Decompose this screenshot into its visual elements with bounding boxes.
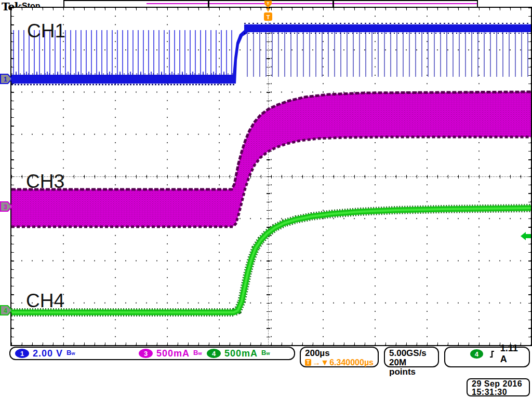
trigger-flag-t-glyph: T	[267, 14, 270, 20]
ch1-marker-number: 1	[4, 76, 7, 83]
trigger-position-prefix: →▼	[312, 358, 329, 367]
waveform-display: CH1 CH3 CH4	[10, 7, 532, 346]
trigger-bar-t-glyph: T	[267, 1, 270, 6]
acquisition-readout-box: 5.00GS/s 20M points	[384, 347, 439, 367]
ch3-badge: 3	[139, 349, 153, 358]
channel-readout-box: 1 2.00 V Bw 3 500mA Bw 4 500mA Bw	[9, 347, 295, 360]
trigger-position-value: 6.340000µs	[329, 358, 374, 367]
ch1-readout[interactable]: 1 2.00 V Bw	[15, 349, 75, 358]
ch1-scale: 2.00 V	[33, 348, 63, 359]
ch1-badge: 1	[15, 349, 29, 358]
record-view-waveform	[147, 3, 477, 4]
ch4-bandwidth-icon: Bw	[261, 349, 270, 356]
trigger-source-badge: 4	[470, 349, 483, 359]
ch1-label: CH1	[27, 20, 65, 42]
ch4-marker-number: 4	[4, 307, 7, 314]
ch4-badge: 4	[207, 349, 221, 358]
ch3-marker-number: 3	[4, 203, 7, 211]
ch4-scale: 500mA	[224, 348, 258, 359]
sample-rate: 5.00GS/s	[389, 349, 434, 358]
trigger-readout-box[interactable]: 4 1.11 A	[444, 347, 530, 367]
datetime-box: 29 Sep 2016 15:31:30	[467, 378, 530, 396]
time-text: 15:31:30	[472, 388, 529, 396]
record-length: 20M points	[389, 358, 434, 377]
timebase-readout-box[interactable]: 200µs T →▼ 6.340000µs	[300, 347, 379, 367]
trigger-level-arrow-icon	[521, 232, 531, 240]
ch3-position-marker[interactable]: 3	[0, 201, 12, 212]
ch1-position-marker[interactable]: 1	[0, 73, 12, 85]
trigger-level-value: 1.11 A	[500, 343, 525, 365]
trigger-position-readout: T →▼ 6.340000µs	[305, 358, 374, 367]
trigger-level-arrow[interactable]	[520, 231, 531, 241]
rising-edge-icon	[488, 349, 495, 359]
ch1-bandwidth-icon: Bw	[66, 349, 75, 356]
ch3-readout[interactable]: 3 500mA Bw	[139, 349, 202, 358]
ch3-bandwidth-icon: Bw	[193, 349, 202, 356]
ch3-label: CH3	[26, 171, 64, 193]
timebase-scale: 200µs	[305, 349, 374, 358]
ch3-scale: 500mA	[156, 348, 190, 359]
ch4-position-marker[interactable]: 4	[0, 305, 12, 316]
trigger-flag-arrow-icon	[266, 8, 270, 12]
ch4-label: CH4	[26, 290, 64, 312]
waveform-traces	[11, 8, 531, 345]
trigger-position-marker[interactable]: T T	[262, 0, 274, 23]
ch4-readout[interactable]: 4 500mA Bw	[207, 349, 270, 358]
trigger-t-icon: T	[305, 359, 311, 366]
date-text: 29 Sep 2016	[472, 380, 529, 388]
